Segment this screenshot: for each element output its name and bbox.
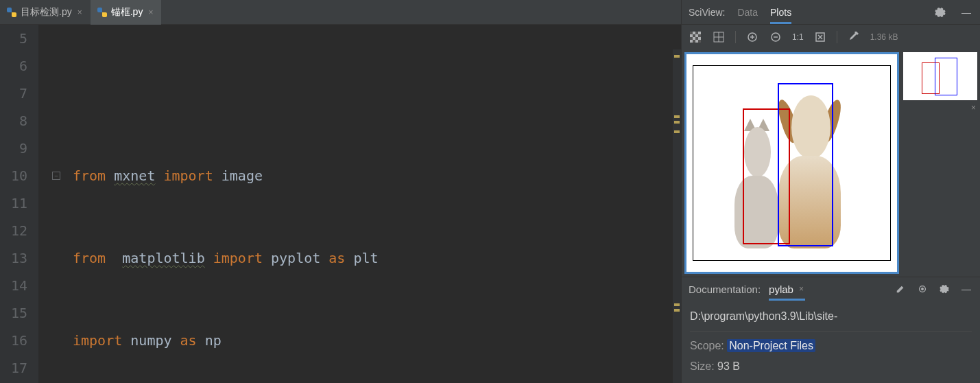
doc-title: Documentation:: [689, 283, 761, 295]
tab-file-2[interactable]: 锚框.py ×: [91, 0, 162, 25]
svg-rect-8: [698, 40, 701, 43]
code-editor[interactable]: 5 6 7 8 9 10 11 12 13 14 15 16 17 −from …: [0, 25, 681, 383]
line-number: 10: [0, 162, 27, 189]
gear-icon[interactable]: [933, 5, 947, 19]
warning-marker[interactable]: [674, 115, 680, 118]
tab-label: 目标检测.py: [21, 6, 72, 19]
line-number: 11: [0, 189, 27, 217]
close-icon[interactable]: ×: [798, 284, 805, 294]
dog-bbox: [778, 83, 833, 246]
dog-bbox-mini: [935, 58, 957, 95]
doc-tab[interactable]: pylab ×: [769, 283, 805, 301]
plot-main-view[interactable]: [684, 52, 899, 274]
line-number: 15: [0, 299, 27, 327]
tab-data[interactable]: Data: [737, 7, 758, 18]
sciview-title: SciView:: [689, 7, 725, 18]
line-number: 17: [0, 354, 27, 382]
svg-rect-7: [693, 40, 695, 43]
svg-rect-3: [690, 37, 693, 40]
size-value: 93 B: [717, 360, 740, 372]
file-size-label: 1.36 kB: [870, 32, 898, 42]
line-number: 9: [0, 135, 27, 162]
svg-rect-2: [695, 32, 698, 34]
code-line: from matplotlib import pyplot as plt: [73, 244, 681, 272]
code-line: −from mxnet import image: [73, 162, 681, 189]
fit-icon[interactable]: [813, 30, 827, 44]
minimize-icon[interactable]: —: [959, 282, 973, 296]
documentation-panel: Documentation: pylab × — D:\program\pyth…: [682, 277, 980, 383]
plot-thumbnails: ×: [903, 52, 977, 274]
doc-body: D:\program\python3.9\Lib\site- Scope: No…: [682, 301, 980, 383]
svg-point-19: [922, 288, 924, 290]
sciview-header: SciView: Data Plots —: [682, 0, 980, 25]
line-number: 8: [0, 107, 27, 135]
zoom-in-icon[interactable]: [745, 30, 759, 44]
separator: [735, 31, 736, 43]
tab-file-1[interactable]: 目标检测.py ×: [0, 0, 91, 25]
color-picker-icon[interactable]: [847, 30, 861, 44]
doc-tab-label: pylab: [769, 283, 793, 295]
doc-header: Documentation: pylab × —: [682, 277, 980, 301]
zoom-out-icon[interactable]: [769, 30, 782, 44]
scope-label: Scope:: [690, 340, 727, 351]
plot-thumbnail[interactable]: [903, 52, 977, 100]
code-content[interactable]: −from mxnet import image from matplotlib…: [38, 25, 681, 383]
tab-label: 锚框.py: [111, 6, 143, 19]
doc-path: D:\program\python3.9\Lib\site-: [690, 306, 972, 332]
grid-icon[interactable]: [712, 30, 726, 44]
line-number: 7: [0, 80, 27, 107]
line-number: 16: [0, 327, 27, 354]
line-number: 6: [0, 52, 27, 80]
doc-size-row: Size: 93 B: [690, 356, 972, 377]
warning-marker[interactable]: [674, 55, 680, 58]
python-file-icon: [97, 8, 107, 17]
plot-area: ×: [682, 49, 980, 277]
close-icon[interactable]: ×: [903, 103, 977, 113]
editor-tabs-bar: 目标检测.py × 锚框.py ×: [0, 0, 681, 25]
error-stripe[interactable]: [673, 49, 681, 383]
editor-pane: 目标检测.py × 锚框.py × 5 6 7 8 9 10 11 12 13 …: [0, 0, 681, 383]
zoom-actual-icon[interactable]: 1:1: [792, 30, 804, 44]
svg-rect-6: [698, 34, 701, 37]
gear-icon[interactable]: [937, 282, 951, 296]
doc-scope-row: Scope: Non-Project Files: [690, 336, 972, 356]
warning-marker[interactable]: [674, 303, 680, 306]
code-line: [73, 80, 681, 107]
plot-toolbar: 1:1 1.36 kB: [682, 25, 980, 49]
svg-rect-5: [693, 34, 695, 37]
separator: [837, 31, 837, 43]
size-label: Size:: [690, 360, 717, 372]
scope-value: Non-Project Files: [727, 339, 815, 352]
minimize-icon[interactable]: —: [959, 5, 973, 19]
target-icon[interactable]: [916, 282, 929, 296]
warning-marker[interactable]: [674, 309, 680, 312]
python-file-icon: [7, 8, 16, 17]
line-number: 13: [0, 244, 27, 272]
line-number: 14: [0, 272, 27, 299]
close-icon[interactable]: ×: [147, 8, 154, 17]
warning-marker[interactable]: [674, 121, 680, 124]
warning-marker[interactable]: [674, 130, 680, 133]
line-number: 5: [0, 25, 27, 52]
code-line: import numpy as np: [73, 327, 681, 354]
line-number-gutter: 5 6 7 8 9 10 11 12 13 14 15 16 17: [0, 25, 38, 383]
checkerboard-icon[interactable]: [689, 30, 702, 44]
plot-canvas: [693, 65, 891, 261]
right-tool-pane: SciView: Data Plots — 1:1 1.36 kB: [681, 0, 980, 383]
svg-rect-1: [690, 32, 693, 34]
edit-icon[interactable]: [894, 282, 907, 296]
line-number: 12: [0, 217, 27, 244]
close-icon[interactable]: ×: [76, 8, 84, 17]
fold-icon[interactable]: −: [52, 172, 60, 180]
tab-plots[interactable]: Plots: [770, 7, 791, 24]
svg-rect-4: [695, 37, 698, 40]
